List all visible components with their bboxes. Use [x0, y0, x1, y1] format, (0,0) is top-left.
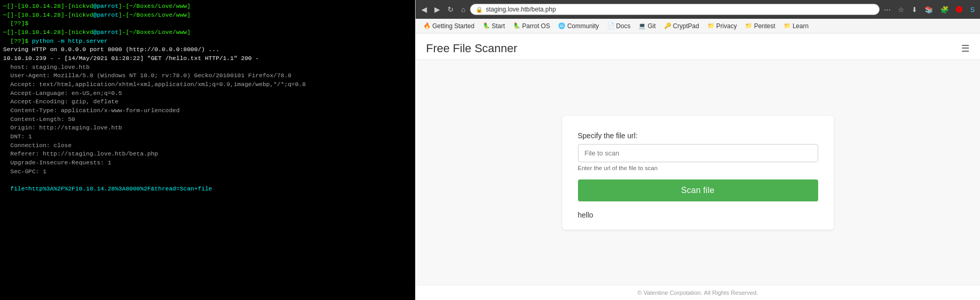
bookmark-learn[interactable]: 📁 Learn [780, 21, 812, 31]
bookmark-label: Privacy [716, 22, 737, 30]
terminal-line [3, 176, 412, 185]
bookmark-label: CryptPad [673, 22, 699, 30]
bookmark-label: Community [567, 22, 599, 30]
terminal-line: ─[]-[10.10.14.28]-[nickvd@parrot]-[~/Box… [3, 28, 412, 37]
terminal-line: Accept-Language: en-US,en;q=0.5 [3, 89, 412, 98]
folder-icon-2: 📁 [745, 22, 752, 29]
terminal-line: ─[]-[10.10.14.28]-[nickvd@parrot]-[~/Box… [3, 2, 412, 11]
extensions-button[interactable]: 🧩 [938, 5, 951, 15]
doc-icon: 📄 [607, 22, 615, 29]
browser-panel: ◀ ▶ ↻ ⌂ 🔒 staging.love.htb/beta.php ⋯ ☆ … [415, 0, 980, 300]
hamburger-menu-icon[interactable]: ☰ [961, 43, 970, 54]
scan-button[interactable]: Scan file [578, 179, 818, 201]
bookmark-label: Getting Started [432, 22, 475, 30]
home-button[interactable]: ⌂ [458, 4, 468, 15]
parrot-icon-2: 🦜 [513, 22, 521, 29]
bookmark-privacy[interactable]: 📁 Privacy [704, 21, 740, 31]
terminal-line: Content-Length: 50 [3, 115, 412, 124]
bookmarks-bar: 🔥 Getting Started 🦜 Start 🦜 Parrot OS 🌐 … [416, 19, 980, 33]
download-button[interactable]: ⬇ [910, 5, 919, 15]
bookmark-parrotos[interactable]: 🦜 Parrot OS [510, 21, 553, 31]
page-title: Free File Scanner [426, 42, 517, 55]
git-icon: 💻 [639, 22, 646, 29]
terminal-line: Connection: close [3, 141, 412, 150]
terminal-line: Origin: http://staging.love.htb [3, 124, 412, 133]
terminal-line: host: staging.love.htb [3, 63, 412, 72]
account-button[interactable]: 🅥 [954, 5, 965, 15]
terminal-line: Sec-GPC: 1 [3, 167, 412, 176]
file-url-hint: Enter the url of the file to scan [578, 165, 818, 171]
terminal-panel: ─[]-[10.10.14.28]-[nickvd@parrot]-[~/Box… [0, 0, 415, 300]
page-header: Free File Scanner ☰ [416, 33, 980, 60]
terminal-line: ─[]-[10.10.14.28]-[nickvd@parrot]-[~/Box… [3, 11, 412, 20]
bookmark-label: Learn [793, 22, 809, 30]
sync-button[interactable]: S [968, 5, 977, 15]
folder-icon: 📁 [707, 22, 715, 29]
bookmark-label: Docs [616, 22, 630, 30]
bookmark-git[interactable]: 💻 Git [635, 21, 659, 31]
bookmark-start[interactable]: 🦜 Start [479, 21, 509, 31]
terminal-line: [??]$ python -m http.server [3, 37, 412, 46]
lock-icon: 🔒 [476, 6, 483, 13]
scanner-form: Specify the file url: Enter the url of t… [562, 116, 834, 230]
page-content: Free File Scanner ☰ Specify the file url… [416, 33, 980, 300]
terminal-line: 10.10.10.239 - - [14/May/2021 01:28:22] … [3, 54, 412, 63]
terminal-line: Accept: text/html,application/xhtml+xml,… [3, 80, 412, 89]
terminal-line: [??]$ [3, 19, 412, 28]
fire-icon: 🔥 [423, 22, 431, 29]
nav-bar: ◀ ▶ ↻ ⌂ 🔒 staging.love.htb/beta.php ⋯ ☆ … [416, 0, 980, 19]
bookmark-docs[interactable]: 📄 Docs [604, 21, 634, 31]
file-url-label: Specify the file url: [578, 131, 818, 140]
url-text: staging.love.htb/beta.php [486, 6, 556, 13]
bookmark-button[interactable]: ☆ [896, 5, 906, 15]
parrot-icon: 🦜 [483, 22, 490, 29]
bookmark-cryptpad[interactable]: 🔑 CryptPad [660, 21, 703, 31]
reload-button[interactable]: ↻ [445, 4, 456, 15]
terminal-line: Content-Type: application/x-www-form-url… [3, 106, 412, 115]
bookmark-getting-started[interactable]: 🔥 Getting Started [420, 21, 478, 31]
terminal-line: Serving HTTP on 0.0.0.0 port 8000 (http:… [3, 45, 412, 54]
terminal-line: Upgrade-Insecure-Requests: 1 [3, 159, 412, 167]
more-button[interactable]: ⋯ [882, 5, 893, 15]
library-button[interactable]: 📚 [923, 5, 935, 15]
bookmark-label: Git [647, 22, 655, 30]
folder-icon-3: 📁 [784, 22, 791, 29]
address-bar[interactable]: 🔒 staging.love.htb/beta.php [470, 4, 880, 15]
terminal-line: DNT: 1 [3, 133, 412, 141]
terminal-line: User-Agent: Mozilla/5.0 (Windows NT 10.0… [3, 71, 412, 80]
nav-icons: ⋯ ☆ ⬇ 📚 🧩 🅥 S [882, 5, 977, 15]
terminal-line: Referer: http://staging.love.htb/beta.ph… [3, 150, 412, 159]
bookmark-label: Pentest [754, 22, 775, 30]
page-footer: © Valentine Corpotation. All Rights Rese… [416, 285, 980, 300]
back-button[interactable]: ◀ [419, 4, 430, 15]
bookmark-community[interactable]: 🌐 Community [554, 21, 603, 31]
terminal-line: Accept-Encoding: gzip, deflate [3, 98, 412, 106]
key-icon: 🔑 [664, 22, 671, 29]
scan-result: hello [578, 211, 818, 219]
bookmark-label: Parrot OS [522, 22, 550, 30]
terminal-line: file=http%3A%2F%2F10.10.14.28%3A8000%2F&… [3, 185, 412, 194]
forward-button[interactable]: ▶ [432, 4, 443, 15]
bookmark-pentest[interactable]: 📁 Pentest [741, 21, 779, 31]
bookmark-label: Start [492, 22, 505, 30]
globe-icon: 🌐 [558, 22, 565, 29]
scanner-area: Specify the file url: Enter the url of t… [416, 60, 980, 285]
file-url-input[interactable] [578, 144, 818, 162]
